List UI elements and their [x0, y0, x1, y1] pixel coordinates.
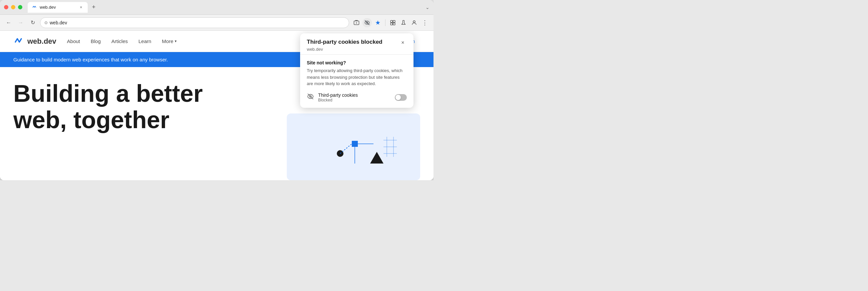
- banner-text: Guidance to build modern web experiences…: [13, 57, 168, 62]
- popup-cookie-status: Blocked: [318, 98, 391, 103]
- hero-line2: web, together: [13, 107, 213, 133]
- webpage: web.dev About Blog Articles Learn More ▾…: [0, 31, 434, 180]
- popup-subtitle: web.dev: [307, 47, 399, 52]
- screenshot-button[interactable]: [352, 18, 361, 27]
- cookies-blocked-popup: Third-party cookies blocked web.dev × Si…: [300, 33, 413, 108]
- tab-bar: web.dev × +: [28, 2, 423, 13]
- minimize-traffic-light[interactable]: [11, 5, 16, 9]
- site-logo[interactable]: web.dev: [13, 36, 56, 47]
- close-traffic-light[interactable]: [4, 5, 8, 9]
- active-tab[interactable]: web.dev ×: [28, 2, 88, 13]
- cookie-blocked-icon: [307, 93, 314, 102]
- browser-window: web.dev × + ⌄ ← → ↻ ⊙ web.dev: [0, 0, 434, 180]
- address-text: web.dev: [50, 20, 345, 25]
- tab-favicon: [32, 5, 37, 10]
- svg-rect-4: [391, 23, 393, 25]
- traffic-lights: [4, 5, 22, 9]
- popup-close-button[interactable]: ×: [399, 39, 407, 47]
- nav-more[interactable]: More ▾: [162, 38, 177, 44]
- third-party-cookies-toggle[interactable]: [395, 94, 407, 101]
- nav-learn[interactable]: Learn: [138, 38, 151, 44]
- hero-line1: Building a better: [13, 81, 213, 107]
- svg-rect-3: [393, 20, 395, 22]
- tab-title: web.dev: [40, 5, 76, 10]
- hero-title: Building a better web, together: [13, 81, 213, 133]
- popup-header: Third-party cookies blocked web.dev ×: [300, 33, 413, 55]
- svg-rect-8: [352, 141, 358, 147]
- nav-blog[interactable]: Blog: [91, 38, 101, 44]
- address-bar-icon: ⊙: [44, 20, 48, 25]
- hero-decoration: [287, 113, 420, 180]
- menu-button[interactable]: ⋮: [420, 18, 430, 27]
- labs-button[interactable]: [399, 18, 408, 27]
- blocked-cookies-button[interactable]: [363, 18, 372, 27]
- new-tab-button[interactable]: +: [89, 3, 98, 12]
- popup-cookie-info: Third-party cookies Blocked: [318, 92, 391, 103]
- toolbar: ← → ↻ ⊙ web.dev ★: [0, 15, 434, 31]
- popup-header-text: Third-party cookies blocked web.dev: [307, 39, 399, 52]
- nav-about[interactable]: About: [67, 38, 80, 44]
- svg-point-6: [413, 21, 415, 23]
- popup-section-text: Try temporarily allowing third-party coo…: [307, 67, 407, 87]
- profile-button[interactable]: [409, 18, 419, 27]
- nav-articles[interactable]: Articles: [112, 38, 128, 44]
- reload-button[interactable]: ↻: [28, 18, 37, 27]
- popup-title: Third-party cookies blocked: [307, 39, 399, 46]
- svg-rect-5: [393, 23, 395, 25]
- extensions-button[interactable]: [388, 18, 398, 27]
- title-bar: web.dev × + ⌄: [0, 0, 434, 15]
- tab-close-button[interactable]: ×: [79, 5, 84, 10]
- toggle-knob: [396, 95, 401, 100]
- toolbar-divider: [385, 19, 385, 26]
- popup-body: Site not working? Try temporarily allowi…: [300, 55, 413, 108]
- popup-cookie-label: Third-party cookies: [318, 92, 391, 98]
- popup-section-title: Site not working?: [307, 60, 407, 65]
- back-button[interactable]: ←: [4, 18, 13, 27]
- svg-rect-2: [391, 20, 393, 22]
- bookmark-button[interactable]: ★: [373, 18, 382, 27]
- forward-button: →: [16, 18, 25, 27]
- address-bar[interactable]: ⊙ web.dev: [40, 17, 349, 28]
- site-logo-text: web.dev: [27, 37, 56, 46]
- maximize-traffic-light[interactable]: [18, 5, 22, 9]
- window-expand-button[interactable]: ⌄: [426, 5, 430, 10]
- toolbar-actions: ★: [352, 18, 430, 27]
- popup-cookie-row: Third-party cookies Blocked: [307, 92, 407, 103]
